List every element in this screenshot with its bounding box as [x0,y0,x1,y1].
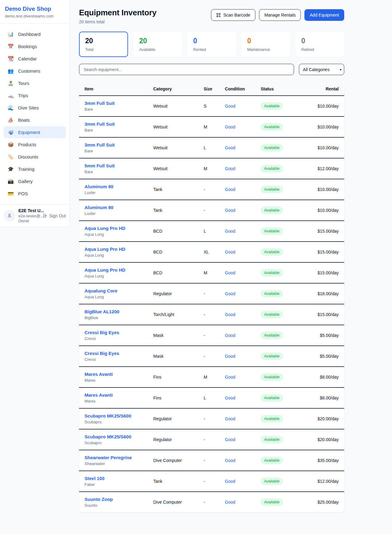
sidebar-item-trips[interactable]: 🛥️ Trips [4,90,66,101]
sidebar-item-pos[interactable]: 💳 POS [4,188,66,200]
item-name-link[interactable]: Aqualung Core [85,288,153,293]
item-name-link[interactable]: Mares Avanti [85,372,153,377]
sidebar-item-label: Dashboard [18,32,40,37]
category-select[interactable]: All Categories [299,64,344,75]
condition-link[interactable]: Good [225,104,235,109]
condition-cell: Good [225,346,261,367]
condition-cell: Good [225,221,261,242]
add-equipment-button[interactable]: Add Equipment [304,9,344,21]
condition-link[interactable]: Good [225,333,235,338]
condition-link[interactable]: Good [225,416,235,421]
stat-card-maintenance[interactable]: 0 Maintenance [241,32,290,57]
bookings-icon: 📅 [7,44,14,49]
condition-link[interactable]: Good [225,395,235,400]
item-name-link[interactable]: Steel 100 [85,476,153,481]
user-email: e2e-tester@... [18,214,40,218]
status-badge: Available [261,498,283,506]
condition-link[interactable]: Good [225,312,235,317]
sign-out-button[interactable]: Sign Out [43,213,66,218]
condition-link[interactable]: Good [225,291,235,296]
sidebar-item-discounts[interactable]: 🏷️ Discounts [4,151,66,163]
item-name-link[interactable]: BigBlue AL1200 [85,309,153,314]
item-name-link[interactable]: Aqua Lung Pro HD [85,226,153,231]
item-name-link[interactable]: 3mm Full Suit [85,142,153,147]
scan-barcode-label: Scan Barcode [223,13,250,17]
table-row: BigBlue AL1200 BigBlue Torch/Light - Goo… [79,304,344,325]
condition-cell: Good [225,116,261,137]
condition-link[interactable]: Good [225,270,235,275]
condition-cell: Good [225,450,261,471]
condition-link[interactable]: Good [225,375,235,380]
condition-link[interactable]: Good [225,187,235,192]
sidebar-item-products[interactable]: 📦 Products [4,139,66,151]
condition-link[interactable]: Good [225,479,235,484]
item-name-link[interactable]: Cressi Big Eyes [85,330,153,335]
item-name-link[interactable]: Aluminum 80 [85,184,153,189]
page-title-block: Equipment Inventory 20 items total [79,8,156,24]
sidebar-item-dashboard[interactable]: 📊 Dashboard [4,28,66,40]
condition-link[interactable]: Good [225,124,235,129]
column-header-size: Size [204,82,225,96]
sidebar-item-calendar[interactable]: 📆 Calendar [4,53,66,65]
condition-link[interactable]: Good [225,229,235,234]
sidebar-item-boats[interactable]: ⛵ Boats [4,114,66,126]
condition-link[interactable]: Good [225,166,235,171]
stat-card-available[interactable]: 20 Available [133,32,182,57]
category-cell: Regulator [153,429,204,450]
item-name-link[interactable]: 3mm Full Suit [85,121,153,127]
brand-name[interactable]: Demo Dive Shop [5,6,65,12]
search-input[interactable] [79,64,294,75]
item-name-link[interactable]: Scubapro MK25/S600 [85,434,153,439]
item-name-link[interactable]: Cressi Big Eyes [85,351,153,356]
item-name-link[interactable]: Aqua Lung Pro HD [85,267,153,273]
stat-value: 20 [85,37,122,45]
sidebar-item-gallery[interactable]: 📸 Gallery [4,175,66,187]
condition-link[interactable]: Good [225,250,235,254]
sidebar-item-equipment[interactable]: 🤿 Equipment [4,126,66,138]
stat-label: Retired [301,47,338,52]
item-name-link[interactable]: Aqua Lung Pro HD [85,246,153,252]
stat-card-total[interactable]: 20 Total [79,32,128,57]
calendar-icon: 📆 [7,56,14,62]
status-cell: Available [261,96,306,116]
sidebar-item-label: Customers [18,68,40,74]
condition-link[interactable]: Good [225,458,235,463]
equipment-table-card: Item Category Size Condition Status Rent… [79,82,344,512]
tours-icon: 🏝️ [7,80,14,86]
stat-card-retired[interactable]: 0 Retired [295,32,344,57]
item-brand: Luxfer [85,211,153,216]
condition-link[interactable]: Good [225,354,235,359]
condition-link[interactable]: Good [225,208,235,213]
manage-rentals-button[interactable]: Manage Rentals [259,9,301,21]
filters-row: All Categories ▾ [79,64,344,75]
item-name-link[interactable]: Shearwater Peregrine [85,455,153,460]
status-cell: Available [261,325,306,346]
item-name-link[interactable]: Suunto Zoop [85,497,153,502]
sidebar-item-label: Discounts [18,154,38,159]
condition-link[interactable]: Good [225,437,235,442]
item-name-link[interactable]: Mares Avanti [85,392,153,398]
item-name-link[interactable]: 3mm Full Suit [85,101,153,106]
item-brand: Bare [85,128,153,132]
category-cell: Wetsuit [153,137,204,158]
item-brand: Scubapro [85,441,153,445]
sidebar-item-dive-sites[interactable]: 🌊 Dive Sites [4,102,66,114]
stat-card-rented[interactable]: 0 Rented [187,32,236,57]
item-name-link[interactable]: Aluminum 80 [85,205,153,210]
sidebar-item-tours[interactable]: 🏝️ Tours [4,77,66,89]
scan-barcode-button[interactable]: Scan Barcode [211,9,255,21]
table-row: 3mm Full Suit Bare Wetsuit M Good Availa… [79,116,344,137]
condition-link[interactable]: Good [225,145,235,150]
sidebar-item-training[interactable]: 🎓 Training [4,163,66,175]
table-row: Scubapro MK25/S600 Scubapro Regulator - … [79,429,344,450]
barcode-icon [216,13,221,17]
sidebar-item-customers[interactable]: 👥 Customers [4,65,66,77]
item-name-link[interactable]: Scubapro MK25/S600 [85,413,153,418]
table-row: Mares Avanti Mares Fins M Good Available… [79,367,344,387]
size-cell: - [204,325,225,346]
condition-link[interactable]: Good [225,500,235,505]
item-name-link[interactable]: 5mm Full Suit [85,163,153,168]
equipment-icon: 🤿 [7,129,14,135]
status-badge: Available [261,332,283,339]
sidebar-item-bookings[interactable]: 📅 Bookings [4,40,66,52]
